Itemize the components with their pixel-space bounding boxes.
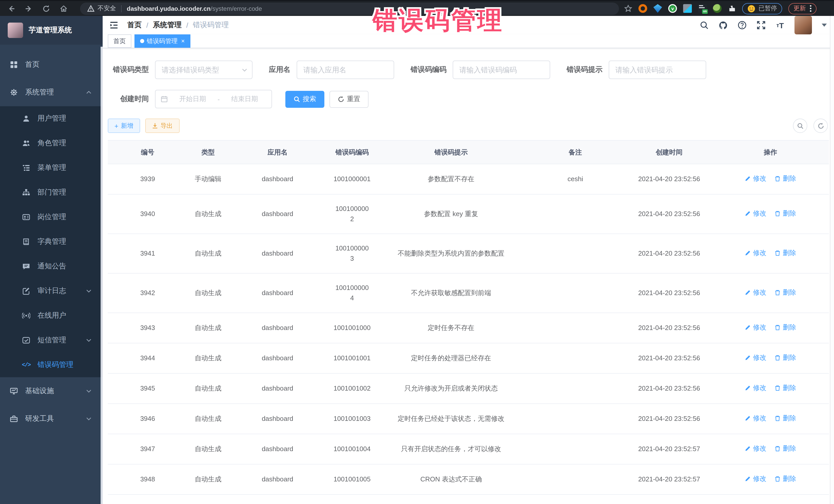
bookmark-star-icon[interactable]: [624, 4, 632, 13]
browser-update-button[interactable]: 更新: [788, 3, 816, 14]
close-icon[interactable]: ×: [181, 38, 185, 45]
edit-link[interactable]: 修改: [745, 174, 766, 184]
extensions-puzzle-icon[interactable]: [728, 4, 736, 13]
cell-type: 自动生成: [188, 373, 229, 404]
sidebar-item-system[interactable]: 系统管理: [0, 79, 103, 106]
gear-icon: [10, 88, 18, 96]
cell-hint: 不能删除类型为系统内置的参数配置: [378, 234, 524, 273]
page-scrollbar[interactable]: [830, 16, 834, 504]
delete-link[interactable]: 删除: [774, 248, 796, 258]
kebab-menu-icon[interactable]: [810, 5, 811, 12]
app-logo: [8, 23, 23, 38]
extension-ubuntu-icon[interactable]: [638, 4, 647, 13]
url-path[interactable]: /system/error-code: [211, 5, 262, 12]
extension-tampermonkey-icon[interactable]: on: [698, 4, 707, 13]
error-type-select[interactable]: [155, 61, 253, 79]
start-date-placeholder[interactable]: 开始日期: [171, 94, 215, 104]
end-date-placeholder[interactable]: 结束日期: [223, 94, 266, 104]
table-row: 3941 自动生成 dashboard 100100000 3 不能删除类型为系…: [108, 234, 829, 273]
address-bar[interactable]: 不安全 dashboard.yudao.iocoder.cn /system/e…: [80, 2, 619, 15]
fullscreen-icon[interactable]: [756, 21, 766, 30]
sidebar-item-dictionaries[interactable]: 字典管理: [0, 229, 103, 254]
col-actions: 操作: [712, 140, 829, 164]
extension-grid-icon[interactable]: [683, 4, 692, 13]
search-button[interactable]: 搜索: [285, 91, 324, 108]
search-icon[interactable]: [700, 21, 709, 30]
caret-down-icon[interactable]: [822, 24, 827, 27]
error-type-select-input[interactable]: [155, 61, 253, 79]
sidebar-item-sms[interactable]: 短信管理: [0, 328, 103, 353]
toggle-search-button[interactable]: [793, 118, 807, 133]
cell-time: 2021-04-20 23:52:56: [626, 273, 712, 313]
refresh-table-button[interactable]: [813, 118, 828, 133]
edit-link[interactable]: 修改: [745, 353, 766, 363]
edit-link[interactable]: 修改: [745, 209, 766, 219]
breadcrumb-home[interactable]: 首页: [127, 21, 142, 30]
sidebar-item-home[interactable]: 首页: [0, 51, 103, 79]
delete-link[interactable]: 删除: [774, 322, 796, 333]
delete-link[interactable]: 删除: [774, 383, 796, 393]
avatar[interactable]: [794, 16, 812, 35]
sidebar-item-notices[interactable]: 通知公告: [0, 254, 103, 279]
delete-link[interactable]: 删除: [774, 174, 796, 184]
sidebar-item-label: 研发工具: [25, 414, 54, 423]
date-range-picker[interactable]: 开始日期 - 结束日期: [155, 90, 272, 108]
edit-link[interactable]: 修改: [745, 413, 766, 423]
cell-type: 自动生成: [188, 464, 229, 495]
tab-home[interactable]: 首页: [108, 35, 131, 48]
tab-error-codes[interactable]: 错误码管理 ×: [134, 35, 191, 48]
reset-button[interactable]: 重置: [329, 91, 369, 108]
help-icon[interactable]: [738, 21, 747, 30]
github-icon[interactable]: [719, 21, 728, 30]
sidebar-item-audit-log[interactable]: 审计日志: [0, 279, 103, 303]
sidebar-item-posts[interactable]: 岗位管理: [0, 205, 103, 229]
edit-link[interactable]: 修改: [745, 474, 766, 484]
security-label[interactable]: 不安全: [97, 4, 116, 13]
extension-key-icon[interactable]: [713, 4, 722, 13]
book-icon: [22, 238, 30, 246]
font-size-icon[interactable]: тT: [775, 21, 785, 30]
error-type-label: 错误码类型: [108, 65, 149, 74]
broadcast-icon: [22, 311, 30, 320]
edit-link[interactable]: 修改: [745, 248, 766, 258]
profile-paused-badge[interactable]: 已暂停: [742, 3, 782, 14]
sidebar-item-menus[interactable]: 菜单管理: [0, 155, 103, 180]
edit-link[interactable]: 修改: [745, 443, 766, 454]
sidebar-item-users[interactable]: 用户管理: [0, 106, 103, 131]
extension-v-icon[interactable]: v: [668, 4, 677, 13]
delete-link[interactable]: 删除: [774, 413, 796, 423]
sidebar-item-error-codes[interactable]: </> 错误码管理: [0, 353, 103, 377]
edit-link[interactable]: 修改: [745, 287, 766, 298]
delete-link[interactable]: 删除: [774, 287, 796, 298]
delete-label: 删除: [783, 322, 796, 333]
back-icon[interactable]: [7, 4, 15, 13]
url-host[interactable]: dashboard.yudao.iocoder.cn: [127, 5, 211, 12]
sidebar-item-label: 审计日志: [38, 286, 66, 295]
hamburger-icon[interactable]: [109, 20, 119, 30]
error-hint-input[interactable]: [609, 61, 706, 79]
delete-link[interactable]: 删除: [774, 443, 796, 454]
delete-link[interactable]: 删除: [774, 474, 796, 484]
app-name-input[interactable]: [297, 61, 394, 79]
home-icon[interactable]: [60, 4, 68, 13]
sidebar-item-infrastructure[interactable]: 基础设施: [0, 377, 103, 405]
sidebar-item-online-users[interactable]: 在线用户: [0, 303, 103, 328]
cell-time: 2021-04-20 23:52:56: [626, 313, 712, 343]
delete-link[interactable]: 删除: [774, 353, 796, 363]
sidebar-logo-row[interactable]: 芋道管理系统: [0, 16, 103, 45]
extension-gem-icon[interactable]: [653, 4, 662, 13]
edit-link[interactable]: 修改: [745, 383, 766, 393]
cell-code: 1001001004: [326, 434, 378, 464]
delete-link[interactable]: 删除: [774, 209, 796, 219]
edit-link[interactable]: 修改: [745, 322, 766, 333]
breadcrumb-system[interactable]: 系统管理: [153, 21, 182, 30]
add-button[interactable]: + 新增: [108, 118, 140, 133]
cell-remark: [524, 434, 626, 464]
sidebar-item-departments[interactable]: 部门管理: [0, 180, 103, 205]
export-button[interactable]: 导出: [145, 118, 179, 133]
sidebar-item-dev-tools[interactable]: 研发工具: [0, 405, 103, 433]
error-code-input[interactable]: [453, 61, 550, 79]
forward-icon[interactable]: [25, 4, 33, 13]
reload-icon[interactable]: [42, 4, 50, 13]
sidebar-item-roles[interactable]: 角色管理: [0, 131, 103, 155]
